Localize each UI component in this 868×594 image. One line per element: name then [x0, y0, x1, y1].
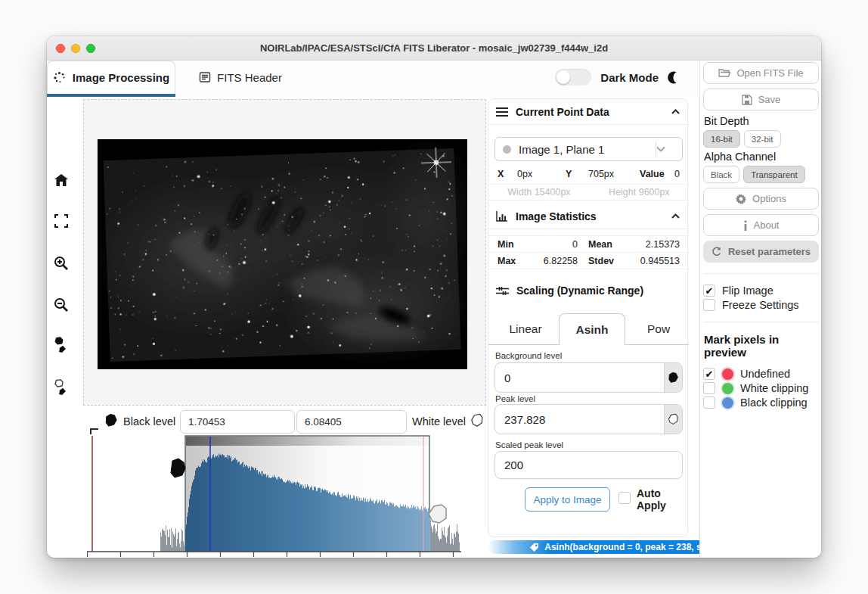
save-icon: [742, 95, 752, 105]
bit-depth-16-button[interactable]: 16-bit: [703, 130, 740, 148]
image-statistics-header: Image Statistics: [488, 204, 687, 229]
background-level-field: [494, 362, 683, 393]
image-dimensions-row: Width 15400px Height 9600px: [488, 184, 689, 201]
black-level-picker-icon[interactable]: [52, 336, 70, 354]
collapse-statistics-icon[interactable]: [671, 213, 680, 219]
background-level-input[interactable]: [495, 363, 664, 392]
home-icon[interactable]: [52, 171, 70, 189]
histogram[interactable]: [87, 434, 461, 558]
white-level-picker-icon[interactable]: [52, 378, 70, 397]
white-clipping-color-dot: [722, 383, 733, 394]
save-button[interactable]: Save: [703, 89, 819, 110]
alpha-black-button[interactable]: Black: [703, 166, 739, 183]
peak-level-input[interactable]: [495, 405, 664, 434]
white-level-handle[interactable]: [429, 505, 446, 523]
black-level-label: Black level: [123, 415, 175, 428]
tool-rail: [47, 97, 83, 558]
freeze-settings-checkbox[interactable]: [703, 299, 715, 311]
black-level-handle[interactable]: [171, 459, 185, 477]
plane-select[interactable]: Image 1, Plane 1: [494, 137, 683, 161]
fits-header-icon: [199, 71, 211, 83]
freeze-settings-label: Freeze Settings: [722, 299, 799, 311]
app-window: NOIRLab/IPAC/ESA/STScI/CfA FITS Liberato…: [47, 36, 821, 558]
current-point-data-title: Current Point Data: [516, 106, 664, 118]
zoom-out-icon[interactable]: [52, 296, 70, 314]
collapse-point-data-icon[interactable]: [671, 109, 680, 114]
options-button[interactable]: Options: [703, 188, 819, 210]
scaled-peak-level-label: Scaled peak level: [495, 440, 563, 449]
y-label: Y: [566, 169, 588, 179]
peak-level-field: [494, 404, 683, 434]
image-width: Width 15400px: [507, 187, 570, 197]
dark-mode-toggle[interactable]: [555, 69, 591, 86]
fit-to-view-icon[interactable]: [52, 212, 70, 230]
current-point-data-header: Current Point Data: [488, 99, 687, 125]
y-value: 705px: [588, 169, 632, 179]
point-coordinates-row: X 0px Y 705px Value 0: [488, 166, 689, 182]
parameters-panel: Current Point Data Image 1, Plane 1 X 0p…: [488, 98, 688, 537]
dark-mode-control: Dark Mode: [555, 69, 680, 86]
white-level-input[interactable]: [296, 410, 407, 434]
about-button[interactable]: About: [703, 214, 819, 236]
bit-depth-group: 16-bit 32-bit: [703, 130, 819, 148]
reset-parameters-button[interactable]: Reset parameters: [703, 241, 819, 263]
scaling-title: Scaling (Dynamic Range): [516, 285, 680, 297]
tab-linear[interactable]: Linear: [492, 313, 559, 345]
undefined-label: Undefined: [740, 368, 790, 380]
tab-fits-header-label: FITS Header: [217, 71, 282, 84]
scaling-header-wrap: Scaling (Dynamic Range): [488, 278, 687, 303]
toggle-knob: [556, 70, 570, 84]
menu-icon: [496, 107, 508, 117]
fits-image-preview[interactable]: [98, 139, 467, 369]
tab-asinh[interactable]: Asinh: [559, 313, 625, 345]
chevron-down-icon: [656, 146, 682, 152]
min-label: Min: [498, 239, 529, 250]
open-fits-file-button[interactable]: Open FITS File: [703, 62, 819, 84]
zoom-window-button[interactable]: [86, 44, 95, 53]
tab-image-processing[interactable]: Image Processing: [47, 61, 175, 94]
flip-image-label: Flip Image: [722, 285, 773, 297]
black-clipping-checkbox[interactable]: [703, 397, 715, 409]
stat-row-min-mean: Min 0 Mean 2.15373: [488, 236, 689, 253]
black-level-input[interactable]: [180, 410, 295, 434]
point-value: 0: [671, 169, 680, 179]
white-level-blob-icon: [470, 413, 484, 428]
auto-apply-checkbox[interactable]: [618, 492, 631, 504]
tab-image-processing-label: Image Processing: [73, 71, 169, 84]
mean-value: 2.15373: [625, 239, 680, 250]
black-clipping-row: Black clipping: [703, 397, 819, 409]
background-level-label: Background level: [495, 351, 562, 360]
tab-bar: Image Processing FITS Header Dark Mode: [47, 61, 699, 97]
max-value: 6.82258: [529, 256, 588, 266]
apply-row: Apply to Image Auto Apply: [488, 487, 689, 513]
action-sidebar: Open FITS File Save Bit Depth 16-bit 32-…: [699, 61, 821, 558]
apply-to-image-button[interactable]: Apply to Image: [525, 487, 610, 512]
tag-icon: [529, 543, 539, 552]
zoom-in-icon[interactable]: [52, 254, 70, 272]
bit-depth-32-button[interactable]: 32-bit: [744, 130, 781, 148]
sliders-icon: [496, 286, 509, 296]
bit-depth-label: Bit Depth: [704, 115, 819, 127]
undefined-checkbox[interactable]: ✔: [703, 368, 715, 380]
close-button[interactable]: [56, 44, 65, 53]
value-label: Value: [640, 169, 671, 179]
info-icon: [743, 220, 748, 231]
plane-status-dot: [503, 145, 511, 154]
scaled-peak-level-field: [494, 451, 683, 479]
moon-icon: [668, 71, 680, 84]
max-label: Max: [498, 256, 529, 266]
peak-picker-button[interactable]: [664, 405, 682, 434]
scaled-peak-level-input[interactable]: [495, 452, 682, 478]
black-level-blob-icon: [104, 413, 118, 428]
minimize-button[interactable]: [71, 44, 80, 53]
undefined-row: ✔ Undefined: [703, 368, 819, 380]
tab-pow[interactable]: Pow: [625, 313, 692, 345]
background-picker-button[interactable]: [664, 363, 682, 392]
flip-image-checkbox[interactable]: ✔: [703, 285, 715, 297]
black-clipping-label: Black clipping: [740, 397, 808, 409]
mean-label: Mean: [588, 239, 625, 250]
tab-fits-header[interactable]: FITS Header: [176, 61, 305, 94]
reset-icon: [711, 247, 722, 257]
white-clipping-checkbox[interactable]: [703, 382, 715, 394]
alpha-transparent-button[interactable]: Transparent: [743, 166, 805, 183]
